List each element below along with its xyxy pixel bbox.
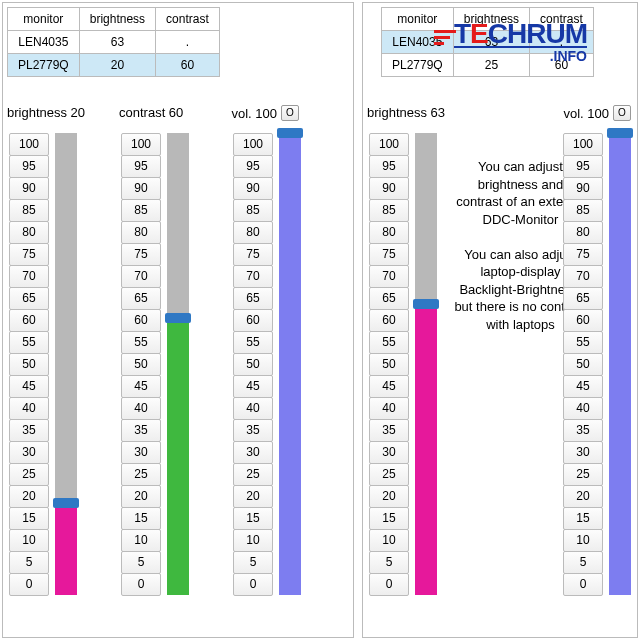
tick-button[interactable]: 5 (563, 551, 603, 574)
tick-button[interactable]: 55 (121, 331, 161, 354)
tick-button[interactable]: 10 (563, 529, 603, 552)
tick-button[interactable]: 5 (9, 551, 49, 574)
tick-button[interactable]: 25 (233, 463, 273, 486)
tick-button[interactable]: 25 (9, 463, 49, 486)
tick-button[interactable]: 25 (369, 463, 409, 486)
tick-button[interactable]: 100 (233, 133, 273, 156)
tick-button[interactable]: 60 (233, 309, 273, 332)
tick-button[interactable]: 20 (233, 485, 273, 508)
tick-button[interactable]: 15 (369, 507, 409, 530)
tick-button[interactable]: 50 (233, 353, 273, 376)
tick-button[interactable]: 0 (563, 573, 603, 596)
tick-button[interactable]: 100 (9, 133, 49, 156)
slider-thumb[interactable] (607, 128, 633, 138)
tick-button[interactable]: 75 (369, 243, 409, 266)
tick-button[interactable]: 60 (563, 309, 603, 332)
tick-button[interactable]: 85 (233, 199, 273, 222)
tick-button[interactable]: 85 (369, 199, 409, 222)
tick-button[interactable]: 30 (563, 441, 603, 464)
tick-button[interactable]: 35 (369, 419, 409, 442)
tick-button[interactable]: 15 (9, 507, 49, 530)
tick-button[interactable]: 80 (233, 221, 273, 244)
tick-button[interactable]: 80 (369, 221, 409, 244)
tick-button[interactable]: 65 (121, 287, 161, 310)
tick-button[interactable]: 85 (121, 199, 161, 222)
tick-button[interactable]: 80 (563, 221, 603, 244)
tick-button[interactable]: 15 (233, 507, 273, 530)
tick-button[interactable]: 90 (563, 177, 603, 200)
tick-button[interactable]: 30 (233, 441, 273, 464)
tick-button[interactable]: 25 (121, 463, 161, 486)
tick-button[interactable]: 90 (233, 177, 273, 200)
tick-button[interactable]: 20 (369, 485, 409, 508)
contrast-slider[interactable] (167, 133, 189, 595)
tick-button[interactable]: 100 (121, 133, 161, 156)
tick-button[interactable]: 65 (9, 287, 49, 310)
tick-button[interactable]: 95 (121, 155, 161, 178)
tick-button[interactable]: 40 (233, 397, 273, 420)
tick-button[interactable]: 0 (121, 573, 161, 596)
volume-slider[interactable] (609, 133, 631, 595)
tick-button[interactable]: 60 (369, 309, 409, 332)
tick-button[interactable]: 45 (121, 375, 161, 398)
tick-button[interactable]: 10 (369, 529, 409, 552)
tick-button[interactable]: 40 (121, 397, 161, 420)
tick-button[interactable]: 50 (121, 353, 161, 376)
tick-button[interactable]: 20 (9, 485, 49, 508)
tick-button[interactable]: 100 (563, 133, 603, 156)
tick-button[interactable]: 95 (233, 155, 273, 178)
tick-button[interactable]: 35 (9, 419, 49, 442)
tick-button[interactable]: 15 (563, 507, 603, 530)
tick-button[interactable]: 70 (563, 265, 603, 288)
tick-button[interactable]: 75 (233, 243, 273, 266)
tick-button[interactable]: 60 (9, 309, 49, 332)
slider-thumb[interactable] (277, 128, 303, 138)
brightness-slider[interactable] (55, 133, 77, 595)
tick-button[interactable]: 70 (121, 265, 161, 288)
tick-button[interactable]: 65 (233, 287, 273, 310)
tick-button[interactable]: 80 (9, 221, 49, 244)
volume-slider[interactable] (279, 133, 301, 595)
tick-button[interactable]: 75 (9, 243, 49, 266)
slider-thumb[interactable] (413, 299, 439, 309)
tick-button[interactable]: 65 (563, 287, 603, 310)
tick-button[interactable]: 75 (121, 243, 161, 266)
tick-button[interactable]: 40 (563, 397, 603, 420)
tick-button[interactable]: 35 (563, 419, 603, 442)
tick-button[interactable]: 10 (9, 529, 49, 552)
tick-button[interactable]: 85 (9, 199, 49, 222)
tick-button[interactable]: 50 (9, 353, 49, 376)
tick-button[interactable]: 75 (563, 243, 603, 266)
tick-button[interactable]: 25 (563, 463, 603, 486)
tick-button[interactable]: 10 (233, 529, 273, 552)
tick-button[interactable]: 40 (369, 397, 409, 420)
volume-options-button[interactable]: O (613, 105, 631, 121)
tick-button[interactable]: 70 (233, 265, 273, 288)
tick-button[interactable]: 100 (369, 133, 409, 156)
tick-button[interactable]: 85 (563, 199, 603, 222)
tick-button[interactable]: 95 (563, 155, 603, 178)
tick-button[interactable]: 60 (121, 309, 161, 332)
tick-button[interactable]: 65 (369, 287, 409, 310)
tick-button[interactable]: 10 (121, 529, 161, 552)
tick-button[interactable]: 80 (121, 221, 161, 244)
tick-button[interactable]: 55 (9, 331, 49, 354)
tick-button[interactable]: 90 (9, 177, 49, 200)
tick-button[interactable]: 20 (121, 485, 161, 508)
tick-button[interactable]: 30 (9, 441, 49, 464)
tick-button[interactable]: 70 (9, 265, 49, 288)
tick-button[interactable]: 30 (369, 441, 409, 464)
table-row[interactable]: PL2779Q 20 60 (8, 54, 220, 77)
table-row[interactable]: LEN4035 63 . (8, 31, 220, 54)
tick-button[interactable]: 0 (233, 573, 273, 596)
tick-button[interactable]: 5 (121, 551, 161, 574)
tick-button[interactable]: 40 (9, 397, 49, 420)
volume-options-button[interactable]: O (281, 105, 299, 121)
tick-button[interactable]: 45 (9, 375, 49, 398)
tick-button[interactable]: 15 (121, 507, 161, 530)
tick-button[interactable]: 55 (563, 331, 603, 354)
tick-button[interactable]: 0 (9, 573, 49, 596)
tick-button[interactable]: 20 (563, 485, 603, 508)
tick-button[interactable]: 35 (121, 419, 161, 442)
tick-button[interactable]: 90 (121, 177, 161, 200)
